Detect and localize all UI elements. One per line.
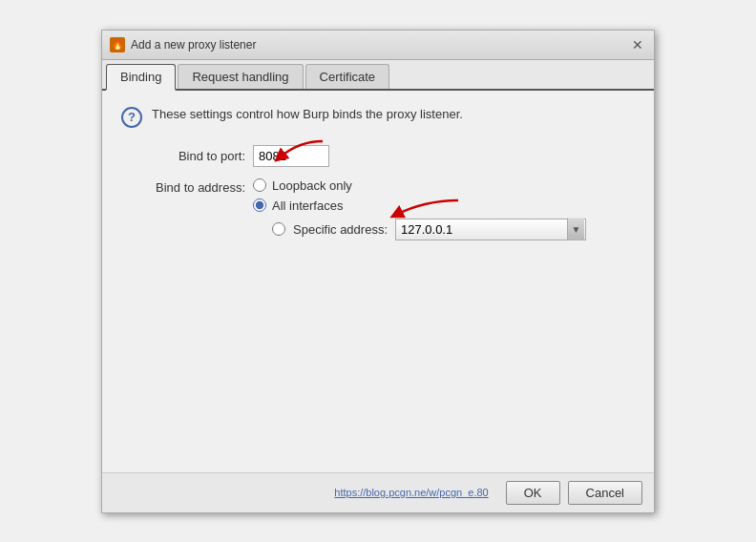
tab-binding[interactable]: Binding (106, 64, 176, 91)
dialog-window: 🔥 Add a new proxy listener ✕ Binding Req… (101, 30, 655, 513)
radio-loopback-row: Loopback only (253, 178, 586, 193)
title-bar: 🔥 Add a new proxy listener ✕ (102, 31, 654, 60)
bind-address-label: Bind to address: (131, 178, 245, 195)
tab-request-handling[interactable]: Request handling (178, 64, 303, 89)
close-button[interactable]: ✕ (629, 36, 646, 53)
info-text: These settings control how Burp binds th… (152, 106, 463, 123)
radio-group: Loopback only All interfaces Specific ad… (253, 178, 586, 240)
tab-certificate[interactable]: Certificate (305, 64, 390, 89)
radio-all-interfaces-label: All interfaces (272, 198, 343, 213)
info-icon: ? (121, 107, 142, 128)
radio-loopback[interactable] (253, 178, 266, 192)
radio-loopback-label: Loopback only (272, 178, 352, 193)
ok-button[interactable]: OK (506, 481, 560, 505)
radio-all-interfaces[interactable] (253, 198, 266, 212)
radio-specific-address[interactable] (272, 222, 285, 236)
tab-content: ? These settings control how Burp binds … (102, 91, 654, 472)
footer-link[interactable]: https://blog.pcgn.ne/w/pcgn_e.80 (334, 487, 488, 498)
close-icon: ✕ (632, 37, 643, 52)
cancel-button[interactable]: Cancel (568, 481, 642, 505)
radio-group-container: Loopback only All interfaces Specific ad… (253, 178, 586, 240)
footer: https://blog.pcgn.ne/w/pcgn_e.80 OK Canc… (102, 472, 654, 512)
bind-port-row: Bind to port: (131, 145, 635, 167)
tab-bar: Binding Request handling Certificate (102, 60, 654, 91)
window-title: Add a new proxy listener (131, 38, 256, 52)
radio-all-interfaces-row: All interfaces (253, 198, 586, 213)
specific-address-row: Specific address: 127.0.0.1 ▼ (272, 219, 586, 240)
info-row: ? These settings control how Burp binds … (121, 106, 635, 128)
form-section: Bind to port: Bind to addr (131, 145, 635, 240)
specific-address-label: Specific address: (293, 222, 388, 237)
app-icon: 🔥 (110, 37, 125, 52)
title-bar-left: 🔥 Add a new proxy listener (110, 37, 256, 52)
address-select-wrapper: 127.0.0.1 ▼ (395, 219, 586, 240)
bind-address-row: Bind to address: Loopback only All inter… (131, 178, 635, 240)
red-arrow-1 (270, 136, 327, 165)
bind-port-label: Bind to port: (131, 149, 245, 163)
address-select[interactable]: 127.0.0.1 (395, 219, 586, 240)
